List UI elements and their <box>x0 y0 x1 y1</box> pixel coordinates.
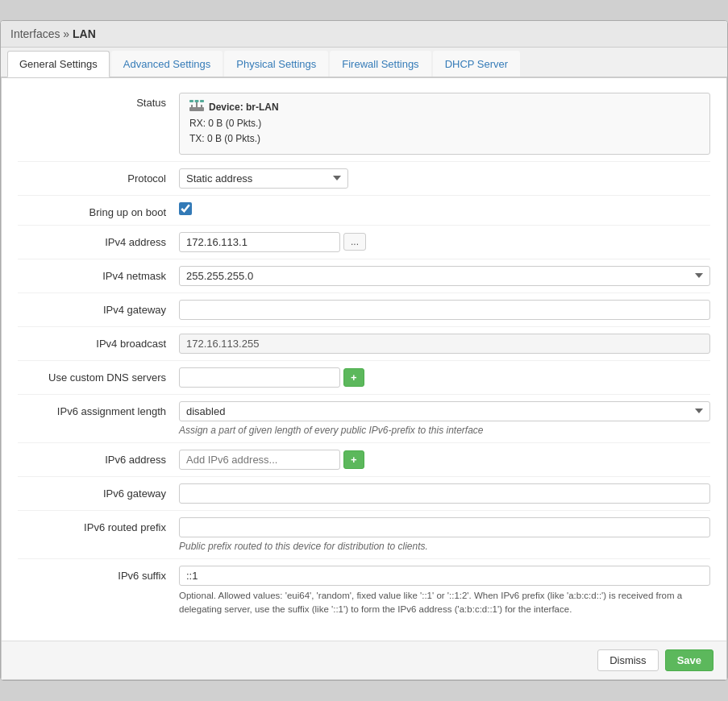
label-ipv6-assignment: IPv6 assignment length <box>18 401 179 417</box>
row-ipv4-gateway: IPv4 gateway <box>18 293 710 327</box>
ipv4-address-dots-button[interactable]: ... <box>343 233 366 251</box>
ipv6-assignment-hint: Assign a part of given length of every p… <box>179 425 710 436</box>
custom-dns-add-button[interactable]: + <box>343 368 364 387</box>
ipv4-address-control-row: ... <box>179 232 710 252</box>
ipv4-netmask-wrap: 255.255.255.0 255.255.0.0 255.0.0.0 <box>179 266 710 286</box>
ipv6-address-control-row: + <box>179 450 710 470</box>
ipv6-routed-prefix-input[interactable] <box>179 517 710 537</box>
bring-up-checkbox[interactable] <box>179 202 192 215</box>
network-icon <box>189 100 204 116</box>
ipv4-netmask-select[interactable]: 255.255.255.0 255.255.0.0 255.0.0.0 <box>179 266 710 286</box>
ipv6-address-wrap: + <box>179 450 710 470</box>
custom-dns-input[interactable] <box>179 367 340 388</box>
label-ipv6-suffix: IPv6 suffix <box>18 566 179 582</box>
status-wrap: Device: br-LAN RX: 0 B (0 Pkts.) TX: 0 B… <box>179 93 710 155</box>
ipv4-broadcast-input[interactable] <box>179 334 710 354</box>
device-name: Device: br-LAN <box>209 100 279 115</box>
ipv6-suffix-hint: Optional. Allowed values: 'eui64', 'rand… <box>179 589 710 617</box>
rx-text: RX: 0 B (0 Pkts.) <box>189 116 700 131</box>
title-page: LAN <box>73 27 96 40</box>
ipv6-suffix-wrap: Optional. Allowed values: 'eui64', 'rand… <box>179 566 710 617</box>
protocol-control-row: Static address DHCP client Unmanaged <box>179 168 710 189</box>
tab-advanced-settings[interactable]: Advanced Settings <box>111 51 223 77</box>
tab-physical-settings[interactable]: Physical Settings <box>224 51 328 77</box>
row-ipv6-address: IPv6 address + <box>18 443 710 477</box>
bring-up-wrap <box>179 202 710 215</box>
tab-firewall-settings[interactable]: Firewall Settings <box>330 51 431 77</box>
main-window: Interfaces » LAN General Settings Advanc… <box>0 20 728 681</box>
row-ipv6-suffix: IPv6 suffix Optional. Allowed values: 'e… <box>18 559 710 624</box>
save-button[interactable]: Save <box>665 649 713 671</box>
label-status: Status <box>18 93 179 109</box>
label-ipv4-broadcast: IPv4 broadcast <box>18 334 179 350</box>
svg-rect-2 <box>196 102 198 108</box>
ipv6-address-add-button[interactable]: + <box>343 450 364 469</box>
label-ipv4-netmask: IPv4 netmask <box>18 266 179 282</box>
custom-dns-control-row: + <box>179 367 710 388</box>
ipv4-gateway-input[interactable] <box>179 300 710 320</box>
label-ipv6-address: IPv6 address <box>18 450 179 466</box>
row-custom-dns: Use custom DNS servers + <box>18 361 710 395</box>
form-section: Status <box>2 78 726 631</box>
ipv6-suffix-input[interactable] <box>179 566 710 586</box>
ipv6-gateway-wrap <box>179 483 710 504</box>
row-ipv6-assignment: IPv6 assignment length disabled 64 48 As… <box>18 395 710 443</box>
label-protocol: Protocol <box>18 168 179 185</box>
ipv4-broadcast-wrap <box>179 334 710 354</box>
protocol-select[interactable]: Static address DHCP client Unmanaged <box>179 168 348 189</box>
label-ipv6-gateway: IPv6 gateway <box>18 483 179 500</box>
label-bring-up: Bring up on boot <box>18 202 179 218</box>
ipv6-assignment-wrap: disabled 64 48 Assign a part of given le… <box>179 401 710 436</box>
row-bring-up: Bring up on boot <box>18 196 710 226</box>
row-protocol: Protocol Static address DHCP client Unma… <box>18 162 710 196</box>
footer-bar: Dismiss Save <box>2 641 726 679</box>
tab-general-settings[interactable]: General Settings <box>7 51 110 77</box>
ipv4-gateway-wrap <box>179 300 710 320</box>
ipv6-assignment-select[interactable]: disabled 64 48 <box>179 401 710 421</box>
status-box: Device: br-LAN RX: 0 B (0 Pkts.) TX: 0 B… <box>179 93 710 155</box>
device-label: Device: br-LAN <box>189 100 700 116</box>
protocol-wrap: Static address DHCP client Unmanaged <box>179 168 710 189</box>
row-ipv4-address: IPv4 address ... <box>18 226 710 259</box>
title-bar: Interfaces » LAN <box>1 21 727 48</box>
tab-dhcp-server[interactable]: DHCP Server <box>433 51 521 77</box>
ipv6-address-input[interactable] <box>179 450 340 470</box>
row-ipv6-routed-prefix: IPv6 routed prefix Public prefix routed … <box>18 511 710 559</box>
dismiss-button[interactable]: Dismiss <box>597 649 659 671</box>
row-ipv6-gateway: IPv6 gateway <box>18 477 710 511</box>
row-ipv4-netmask: IPv4 netmask 255.255.255.0 255.255.0.0 2… <box>18 259 710 293</box>
ipv4-address-input[interactable] <box>179 232 340 252</box>
svg-rect-6 <box>200 100 204 102</box>
label-custom-dns: Use custom DNS servers <box>18 367 179 384</box>
tx-text: TX: 0 B (0 Pkts.) <box>189 131 700 147</box>
label-ipv4-address: IPv4 address <box>18 232 179 248</box>
title-separator: » <box>60 27 73 40</box>
ipv6-gateway-input[interactable] <box>179 483 710 504</box>
svg-rect-1 <box>191 105 193 108</box>
ipv6-routed-prefix-hint: Public prefix routed to this device for … <box>179 541 710 552</box>
svg-rect-4 <box>189 100 193 102</box>
label-ipv6-routed-prefix: IPv6 routed prefix <box>18 517 179 533</box>
tab-bar: General Settings Advanced Settings Physi… <box>1 48 727 77</box>
svg-rect-3 <box>201 105 202 108</box>
custom-dns-wrap: + <box>179 367 710 388</box>
svg-rect-5 <box>195 100 199 102</box>
row-ipv4-broadcast: IPv4 broadcast <box>18 327 710 361</box>
ipv4-address-wrap: ... <box>179 232 710 252</box>
form-content: Status <box>1 77 727 680</box>
label-ipv4-gateway: IPv4 gateway <box>18 300 179 316</box>
row-status: Status <box>18 86 710 162</box>
ipv6-routed-prefix-wrap: Public prefix routed to this device for … <box>179 517 710 552</box>
title-prefix: Interfaces <box>10 27 60 40</box>
